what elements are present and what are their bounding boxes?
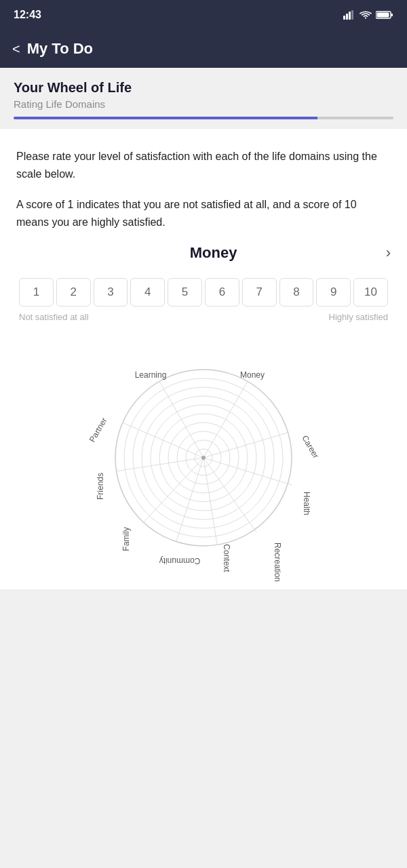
label-community: Community — [159, 556, 201, 566]
label-context: Context — [222, 545, 231, 573]
svg-rect-2 — [349, 12, 351, 20]
page-subtitle: Rating Life Domains — [14, 98, 393, 110]
progress-section: Your Wheel of Life Rating Life Domains — [0, 68, 407, 119]
rating-cell-3[interactable]: 3 — [94, 278, 128, 307]
svg-rect-6 — [377, 13, 389, 18]
rating-cell-4[interactable]: 4 — [130, 278, 165, 307]
label-money: Money — [240, 370, 265, 380]
svg-line-26 — [122, 422, 204, 458]
svg-point-27 — [201, 456, 206, 460]
rating-cell-9[interactable]: 9 — [316, 278, 351, 307]
description-part2: A score of 1 indicates that you are not … — [16, 196, 391, 231]
spider-chart: Learning Money Career Health Recreation … — [95, 349, 312, 566]
svg-rect-1 — [346, 14, 348, 20]
label-family: Family — [121, 528, 131, 551]
svg-line-21 — [204, 458, 256, 532]
domain-row: Money › — [16, 244, 391, 262]
progress-empty — [317, 117, 393, 119]
header-title: My To Do — [27, 40, 93, 58]
label-career: Career — [300, 434, 320, 460]
description-part1: Please rate your level of satisfaction w… — [16, 148, 391, 182]
page-title: Your Wheel of Life — [14, 80, 393, 96]
label-recreation: Recreation — [273, 542, 282, 582]
spider-chart-container: Learning Money Career Health Recreation … — [16, 342, 391, 573]
rating-labels: Not satisfied at all Highly satisfied — [16, 312, 391, 322]
domain-name: Money — [115, 244, 312, 262]
status-icons — [343, 10, 393, 20]
back-button[interactable]: < — [12, 41, 20, 57]
status-time: 12:43 — [14, 9, 41, 21]
svg-line-17 — [159, 382, 204, 458]
signal-icon — [343, 10, 355, 20]
progress-fill — [14, 117, 317, 119]
progress-bar — [14, 117, 393, 119]
rating-scale: 12345678910 — [16, 278, 391, 307]
svg-rect-3 — [351, 10, 353, 20]
status-bar: 12:43 — [0, 0, 407, 30]
header: < My To Do — [0, 30, 407, 68]
main-card: Please rate your level of satisfaction w… — [0, 129, 407, 589]
wifi-icon — [360, 10, 372, 20]
rating-cell-5[interactable]: 5 — [168, 278, 202, 307]
battery-icon — [376, 10, 393, 20]
svg-rect-0 — [343, 16, 345, 20]
rating-cell-6[interactable]: 6 — [205, 278, 239, 307]
rating-cell-2[interactable]: 2 — [56, 278, 91, 307]
label-partner: Partner — [88, 416, 109, 444]
domain-chevron-icon[interactable]: › — [386, 244, 391, 262]
label-friends: Friends — [96, 473, 105, 500]
svg-rect-5 — [391, 14, 393, 16]
rating-cell-1[interactable]: 1 — [19, 278, 54, 307]
rating-cell-8[interactable]: 8 — [279, 278, 314, 307]
label-highly-satisfied: Highly satisfied — [329, 312, 388, 322]
rating-cell-10[interactable]: 10 — [353, 278, 388, 307]
label-not-satisfied: Not satisfied at all — [19, 312, 89, 322]
label-learning: Learning — [135, 370, 167, 380]
rating-cell-7[interactable]: 7 — [242, 278, 277, 307]
label-health: Health — [302, 492, 311, 515]
